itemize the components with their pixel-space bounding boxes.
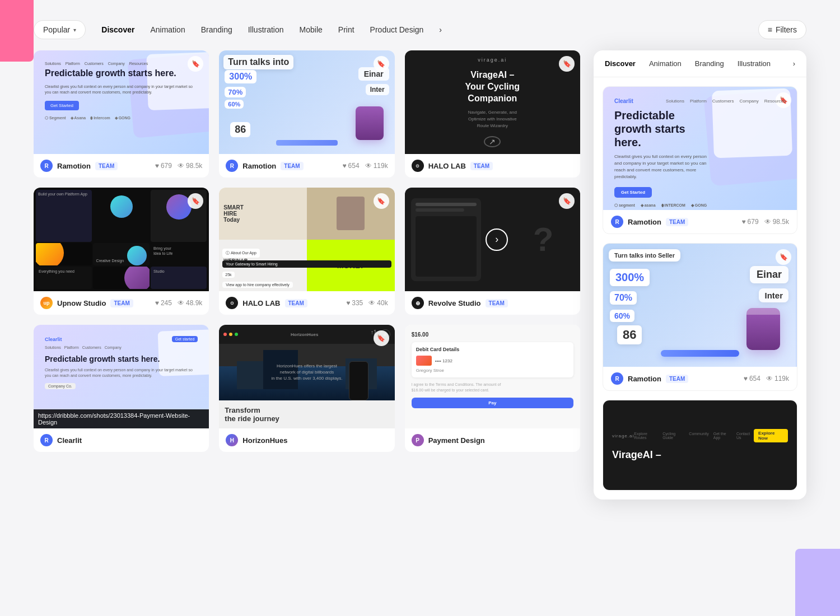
- panel-nav-illustration[interactable]: Illustration: [738, 59, 771, 68]
- bookmark-icon-5[interactable]: 🔖: [374, 193, 389, 209]
- panel-nav-branding[interactable]: Branding: [695, 59, 724, 68]
- eye-icon-4: 👁: [178, 299, 184, 307]
- views-count-5: 40k: [377, 299, 388, 307]
- author-name-6: Revolve Studio: [428, 299, 481, 307]
- panel-card-tech3d[interactable]: Turn talks into Seller 300% 70% 60% Eina…: [603, 243, 797, 391]
- filters-icon: ≡: [768, 25, 772, 34]
- panel-likes-1: ♥ 679: [741, 218, 758, 226]
- filters-button[interactable]: ≡ Filters: [758, 20, 806, 39]
- upnow-bg: Build your own Platform App: [34, 188, 209, 291]
- author-name-9: Payment Design: [428, 436, 485, 445]
- author-info-1: R Ramotion TEAM: [40, 160, 118, 172]
- card-billboard[interactable]: HorizonHues ↑1 ⊕: [219, 325, 394, 452]
- content-area: SolutionsPlatformCustomersCompanyResourc…: [34, 50, 806, 500]
- card-image-9: $16.00 Debit Card Details •••• 1232 Greg…: [405, 325, 580, 428]
- card-footer-5: ⊙ HALO LAB TEAM ♥ 335 👁 40k: [219, 291, 394, 315]
- panel-author-name-2: Ramotion: [628, 375, 661, 383]
- panel-nav-discover[interactable]: Discover: [605, 59, 636, 68]
- author-info-9: P Payment Design: [412, 434, 485, 446]
- nav-item-discover[interactable]: Discover: [101, 25, 134, 34]
- card-dark-platform[interactable]: › ? 🔖 ⊕ Revolve Studio TEAM: [405, 188, 580, 315]
- panel-team-badge-1: TEAM: [666, 218, 688, 226]
- chevron-down-icon: ▾: [73, 27, 76, 33]
- avatar-3: ⊙: [412, 160, 424, 172]
- logo-row: ⬡ Segment ◈ Asana ⬮ Intercom ◆ GONG: [45, 116, 198, 120]
- panel-views-2: 👁 119k: [766, 375, 789, 382]
- card-clearlist-2[interactable]: Clearlit Get started SolutionsPlatformCu…: [34, 325, 209, 452]
- card-smart-hiring[interactable]: SMARTHIREToday 1574 NORDANDER WEBINARALE…: [219, 188, 394, 315]
- panel-team-badge-2: TEAM: [666, 375, 688, 383]
- team-badge-3: TEAM: [470, 162, 493, 170]
- heart-icon-2: ♥: [342, 162, 346, 170]
- card-payment[interactable]: $16.00 Debit Card Details •••• 1232 Greg…: [405, 325, 580, 452]
- card-footer-7: R Clearlit: [34, 428, 209, 452]
- panel-clearlist-bg: Clearlit SolutionsPlatformCustomersCompa…: [603, 87, 797, 210]
- nav-item-mobile[interactable]: Mobile: [300, 25, 323, 34]
- panel-card-virage[interactable]: virage.ai Explore RoutesCycling GuideCom…: [603, 400, 797, 491]
- panel-card-stats-1: ♥ 679 👁 98.5k: [741, 218, 789, 226]
- card-footer-8: H HorizonHues: [219, 428, 394, 452]
- card-image-2: Turn talks into 300% 70% 60% Einar Inter…: [219, 50, 394, 154]
- navbar: Popular ▾ Discover Animation Branding Il…: [34, 11, 806, 50]
- author-name-3: HALO LAB: [428, 162, 466, 170]
- card-cycling[interactable]: virage.ai VirageAI –Your CyclingCompanio…: [405, 50, 580, 178]
- card-footer-3: ⊙ HALO LAB TEAM: [405, 154, 580, 178]
- card-image-4: Build your own Platform App: [34, 188, 209, 291]
- team-badge-4: TEAM: [110, 299, 133, 307]
- author-info-8: H HorizonHues: [226, 434, 287, 446]
- panel-views-count-2: 119k: [774, 375, 789, 382]
- likes-stat-2: ♥ 654: [342, 162, 359, 170]
- views-stat-4: 👁 48.9k: [178, 299, 202, 307]
- popular-dropdown[interactable]: Popular ▾: [34, 20, 86, 39]
- panel-nav-more-icon[interactable]: ›: [793, 59, 795, 68]
- author-info-2: R Ramotion TEAM: [226, 160, 303, 172]
- panel-card-image-1: Clearlit SolutionsPlatformCustomersCompa…: [603, 87, 797, 210]
- panel-tech3d-bg: Turn talks into Seller 300% 70% 60% Eina…: [603, 244, 797, 367]
- card-tech-3d[interactable]: Turn talks into 300% 70% 60% Einar Inter…: [219, 50, 394, 178]
- views-stat-2: 👁 119k: [365, 162, 388, 170]
- filters-label: Filters: [776, 25, 797, 34]
- author-info-4: up Upnow Studio TEAM: [40, 297, 133, 309]
- card-footer-6: ⊕ Revolve Studio TEAM: [405, 291, 580, 315]
- cycling-logo: virage.ai: [478, 57, 507, 63]
- bookmark-icon-3[interactable]: 🔖: [559, 56, 575, 72]
- panel-nav-animation[interactable]: Animation: [649, 59, 682, 68]
- card-stats-1: ♥ 679 👁 98.5k: [155, 162, 203, 170]
- tech-3d-bg: Turn talks into 300% 70% 60% Einar Inter…: [219, 50, 394, 154]
- bookmark-icon-2[interactable]: 🔖: [374, 56, 389, 72]
- panel-views-1: 👁 98.5k: [764, 218, 789, 226]
- nav-more-icon[interactable]: ›: [439, 25, 442, 34]
- card-stats-2: ♥ 654 👁 119k: [342, 162, 388, 170]
- nav-item-animation[interactable]: Animation: [150, 25, 185, 34]
- panel-likes-count-1: 679: [748, 218, 759, 226]
- panel-card-clearlist[interactable]: Clearlit SolutionsPlatformCustomersCompa…: [603, 86, 797, 234]
- card-image-3: virage.ai VirageAI –Your CyclingCompanio…: [405, 50, 580, 154]
- nav-item-illustration[interactable]: Illustration: [248, 25, 284, 34]
- likes-stat-5: ♥ 335: [346, 299, 363, 307]
- panel-card-image-2: Turn talks into Seller 300% 70% 60% Eina…: [603, 244, 797, 367]
- main-grid-section: SolutionsPlatformCustomersCompanyResourc…: [34, 50, 580, 500]
- author-name-4: Upnow Studio: [57, 299, 106, 307]
- card-upnow[interactable]: Build your own Platform App: [34, 188, 209, 315]
- panel-bookmark-2[interactable]: 🔖: [776, 249, 791, 265]
- clearlist-bg: SolutionsPlatformCustomersCompanyResourc…: [34, 50, 209, 154]
- team-badge-1: TEAM: [95, 162, 118, 170]
- card-clearlist-1[interactable]: SolutionsPlatformCustomersCompanyResourc…: [34, 50, 209, 178]
- team-badge-6: TEAM: [486, 299, 508, 307]
- nav-item-print[interactable]: Print: [338, 25, 354, 34]
- panel-likes-2: ♥ 654: [744, 375, 760, 382]
- url-tooltip: https://dribbble.com/shots/23013384-Paym…: [34, 409, 209, 428]
- card-stats-5: ♥ 335 👁 40k: [346, 299, 388, 307]
- heart-icon-4: ♥: [155, 299, 159, 307]
- nav-item-branding[interactable]: Branding: [201, 25, 232, 34]
- bookmark-icon-8[interactable]: 🔖: [374, 330, 389, 346]
- panel-heart-2: ♥: [744, 375, 748, 382]
- card-image-7: Clearlit Get started SolutionsPlatformCu…: [34, 325, 209, 428]
- bookmark-icon-6[interactable]: 🔖: [559, 193, 575, 209]
- avatar-9: P: [412, 434, 424, 446]
- nav-item-product-design[interactable]: Product Design: [370, 25, 424, 34]
- right-panel: Discover Animation Branding Illustration…: [594, 50, 806, 500]
- cycling-title: VirageAI –Your CyclingCompanion: [465, 69, 520, 104]
- panel-author-info-2: R Ramotion TEAM: [611, 372, 688, 385]
- cards-grid: SolutionsPlatformCustomersCompanyResourc…: [34, 50, 580, 452]
